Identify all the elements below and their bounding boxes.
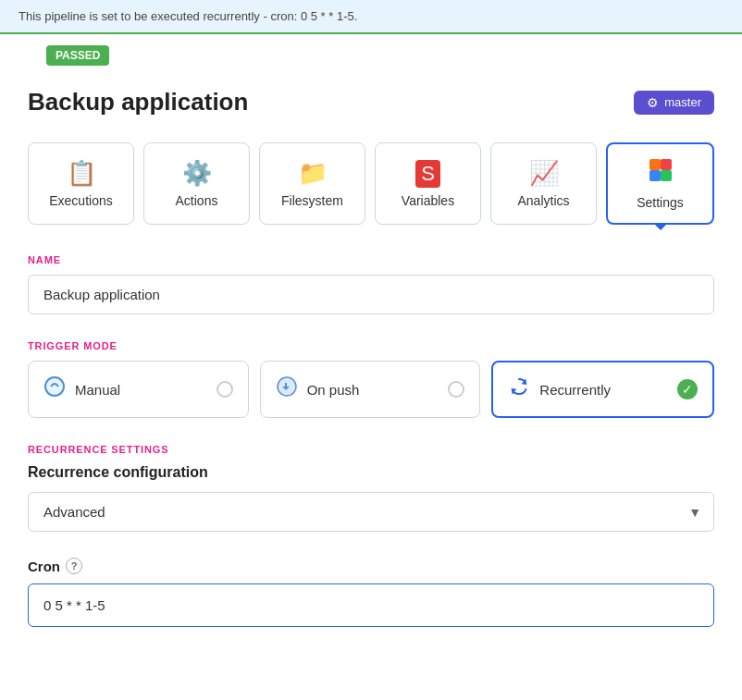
- actions-icon: ⚙️: [182, 159, 212, 188]
- cron-label-text: Cron: [28, 559, 60, 574]
- passed-badge: PASSED: [46, 45, 109, 66]
- recurrently-check: ✓: [677, 379, 698, 399]
- svg-rect-3: [661, 170, 672, 181]
- trigger-recurrently-left: Recurrently: [508, 375, 611, 403]
- recurrence-section: RECURRENCE SETTINGS Recurrence configura…: [28, 444, 714, 627]
- cron-help-icon[interactable]: ?: [66, 558, 82, 574]
- analytics-icon: 📈: [529, 159, 559, 188]
- tab-executions-label: Executions: [49, 193, 112, 208]
- main-content: Backup application ⚙ master 📋 Executions…: [0, 66, 742, 700]
- trigger-push-left: On push: [276, 375, 360, 403]
- trigger-manual-label: Manual: [75, 382, 120, 398]
- settings-icon: [648, 157, 674, 190]
- tab-settings-label: Settings: [637, 195, 684, 210]
- cron-label: Cron ?: [28, 558, 714, 574]
- svg-rect-2: [649, 170, 661, 181]
- svg-rect-1: [661, 159, 672, 170]
- name-field-group: NAME: [28, 254, 714, 314]
- svg-rect-0: [649, 159, 661, 170]
- recurrence-title: Recurrence configuration: [28, 464, 714, 481]
- name-input[interactable]: [28, 275, 714, 314]
- filesystem-icon: 📁: [298, 159, 328, 188]
- tab-analytics[interactable]: 📈 Analytics: [490, 142, 597, 225]
- manual-icon: [43, 375, 66, 403]
- tabs-container: 📋 Executions ⚙️ Actions 📁 Filesystem S V…: [28, 142, 714, 225]
- push-radio[interactable]: [448, 381, 464, 398]
- trigger-field-group: TRIGGER MODE Manual: [28, 340, 714, 418]
- tab-filesystem[interactable]: 📁 Filesystem: [259, 142, 365, 225]
- branch-label: master: [664, 95, 701, 109]
- branch-badge: ⚙ master: [634, 91, 714, 115]
- tab-variables-label: Variables: [402, 193, 454, 208]
- push-icon: [276, 375, 298, 403]
- tab-filesystem-label: Filesystem: [281, 193, 343, 208]
- trigger-recurrently-label: Recurrently: [539, 382, 611, 398]
- top-banner: This pipeline is set to be executed recu…: [0, 0, 742, 34]
- cron-field-group: Cron ?: [28, 558, 714, 627]
- tab-actions-label: Actions: [176, 193, 218, 208]
- trigger-on-push[interactable]: On push: [260, 361, 481, 418]
- name-label: NAME: [28, 254, 714, 265]
- svg-point-4: [45, 377, 64, 396]
- trigger-recurrently[interactable]: Recurrently ✓: [491, 361, 714, 418]
- trigger-push-label: On push: [307, 382, 360, 398]
- tab-actions[interactable]: ⚙️ Actions: [143, 142, 250, 225]
- tab-analytics-label: Analytics: [517, 193, 569, 208]
- cron-input[interactable]: [28, 583, 714, 627]
- recurrently-icon: [508, 375, 530, 403]
- tab-variables[interactable]: S Variables: [375, 142, 481, 225]
- recurrence-select-wrapper: Advanced Simple ▼: [28, 492, 714, 532]
- tab-executions[interactable]: 📋 Executions: [28, 142, 134, 225]
- page-title: Backup application: [28, 88, 248, 117]
- executions-icon: 📋: [67, 159, 96, 188]
- manual-radio[interactable]: [216, 381, 233, 398]
- branch-icon: ⚙: [647, 95, 659, 110]
- recurrence-label: RECURRENCE SETTINGS: [28, 444, 714, 455]
- recurrence-config-group: Recurrence configuration Advanced Simple…: [28, 464, 714, 532]
- trigger-manual-left: Manual: [43, 375, 120, 403]
- variables-icon: S: [415, 160, 440, 188]
- trigger-label: TRIGGER MODE: [28, 340, 714, 351]
- banner-text: This pipeline is set to be executed recu…: [19, 9, 357, 23]
- trigger-options: Manual On push: [28, 361, 714, 418]
- tab-settings[interactable]: Settings: [606, 142, 714, 225]
- page-header: Backup application ⚙ master: [28, 88, 714, 117]
- trigger-manual[interactable]: Manual: [28, 361, 249, 418]
- recurrence-dropdown[interactable]: Advanced Simple: [28, 492, 714, 532]
